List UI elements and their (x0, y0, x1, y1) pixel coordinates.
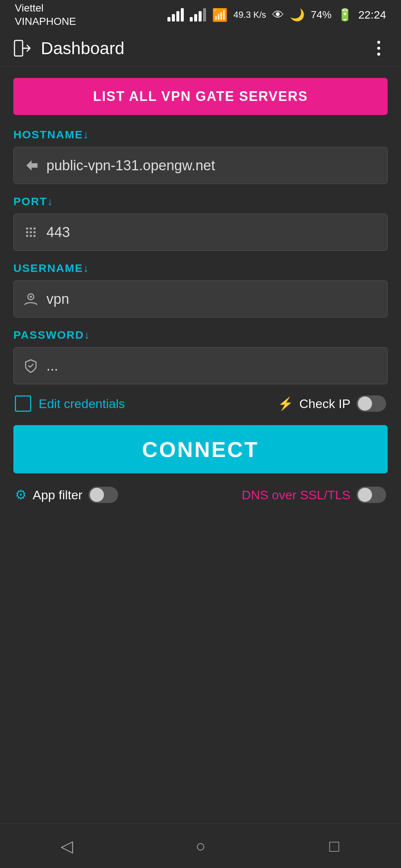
dns-toggle[interactable] (356, 487, 386, 503)
check-ip-toggle[interactable] (356, 395, 386, 412)
options-row: Edit credentials ⚡ Check IP (13, 395, 388, 412)
username-value: vpn (46, 291, 378, 307)
connect-button[interactable]: CONNECT (13, 425, 388, 473)
username-icon (23, 292, 39, 306)
hostname-value: public-vpn-131.opengw.net (46, 158, 378, 174)
svg-point-9 (30, 235, 32, 237)
speed-indicator: 49.3 K/s (234, 10, 266, 20)
page-title: Dashboard (41, 38, 368, 58)
port-icon (23, 225, 39, 240)
navigation-bar: ◁ ○ □ (0, 823, 401, 868)
network-name: VINAPHONE (15, 15, 76, 28)
svg-point-2 (26, 227, 28, 230)
back-button[interactable]: ◁ (52, 831, 82, 861)
app-toolbar: Dashboard (0, 30, 401, 67)
svg-point-12 (30, 296, 32, 298)
moon-icon: 🌙 (290, 8, 305, 22)
edit-credentials-label: Edit credentials (39, 397, 125, 411)
hostname-field[interactable]: public-vpn-131.opengw.net (13, 147, 388, 184)
home-button[interactable]: ○ (186, 831, 215, 861)
battery-icon: 🔋 (338, 8, 352, 22)
list-vpn-button[interactable]: LIST ALL VPN GATE SERVERS (13, 78, 388, 115)
bottom-options-row: ⚙ App filter DNS over SSL/TLS (13, 487, 388, 503)
main-content: LIST ALL VPN GATE SERVERS HOSTNAME↓ publ… (0, 67, 401, 514)
svg-point-7 (33, 231, 36, 233)
eye-icon: 👁 (272, 8, 284, 22)
password-field[interactable]: ... (13, 347, 388, 384)
svg-point-10 (33, 235, 36, 237)
dns-row: DNS over SSL/TLS (242, 487, 386, 503)
port-field[interactable]: 443 (13, 214, 388, 251)
password-label: PASSWORD↓ (13, 329, 388, 341)
signal-icon-2 (190, 8, 206, 22)
lightning-icon: ⚡ (278, 396, 293, 411)
status-indicators: 📶 49.3 K/s 👁 🌙 74% 🔋 22:24 (167, 7, 386, 22)
password-icon (23, 358, 39, 373)
app-filter-row: ⚙ App filter (15, 487, 118, 503)
svg-point-5 (26, 231, 28, 233)
svg-point-6 (30, 231, 32, 233)
app-filter-label: App filter (33, 488, 82, 502)
check-ip-row: ⚡ Check IP (278, 395, 386, 412)
checkbox-box[interactable] (15, 395, 31, 412)
signal-icon-1 (167, 8, 184, 22)
wifi-icon: 📶 (212, 7, 228, 22)
edit-credentials-checkbox[interactable]: Edit credentials (15, 395, 125, 412)
svg-point-8 (26, 235, 28, 237)
recent-button[interactable]: □ (319, 831, 349, 861)
carrier-name: Viettel (15, 1, 76, 15)
username-label: USERNAME↓ (13, 262, 388, 274)
username-field[interactable]: vpn (13, 280, 388, 318)
clock: 22:24 (358, 9, 386, 21)
gear-icon: ⚙ (15, 487, 27, 503)
hostname-label: HOSTNAME↓ (13, 128, 388, 141)
svg-point-4 (33, 227, 36, 230)
carrier-info: Viettel VINAPHONE (15, 1, 76, 29)
port-value: 443 (46, 224, 378, 240)
dns-label: DNS over SSL/TLS (242, 488, 351, 502)
check-ip-label: Check IP (299, 397, 351, 411)
app-filter-toggle[interactable] (88, 487, 118, 503)
port-label: PORT↓ (13, 195, 388, 208)
nav-icon[interactable] (11, 37, 33, 59)
svg-rect-0 (14, 40, 23, 56)
status-bar: Viettel VINAPHONE 📶 49.3 K/s 👁 🌙 74% (0, 0, 401, 30)
svg-point-3 (30, 227, 32, 230)
hostname-icon (23, 158, 39, 173)
battery-indicator: 74% (311, 9, 332, 21)
overflow-menu-button[interactable] (368, 37, 390, 59)
svg-marker-1 (26, 160, 38, 171)
password-value: ... (46, 358, 378, 374)
